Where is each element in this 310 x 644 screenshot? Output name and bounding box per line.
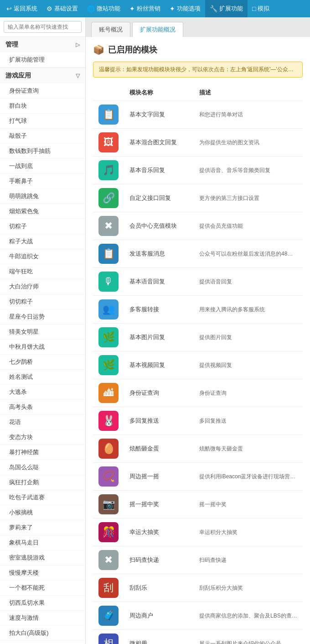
sidebar-item-ping-pong[interactable]: 打气球	[0, 114, 85, 129]
module-desc: 提供视频回复	[194, 351, 303, 379]
table-row: 🎙 基本语音回复 提供语音回复	[93, 268, 303, 296]
module-icon-title: 📦	[93, 44, 104, 55]
nav-back[interactable]: ↩ 返回系统	[2, 0, 42, 17]
module-icon: 🧳	[98, 606, 119, 626]
module-name: 幸运大抽奖	[124, 518, 194, 546]
sidebar-item-gaokao[interactable]: 高考头条	[0, 400, 85, 415]
table-row: ✖ 扫码查快递 扫码查快递	[93, 546, 303, 574]
warning-bar: 温馨提示：如果发现功能模块块很少，可以依次点击：左上角'返回系统'—'公众号管理…	[93, 62, 303, 78]
sidebar-item-photo-big[interactable]: 拍大白(高级版)	[0, 626, 85, 641]
sidebar-item-sky-ladder[interactable]: 慢慢摩天楼	[0, 565, 85, 581]
sidebar-item-name-test[interactable]: 姓名测试	[0, 370, 85, 385]
sidebar-item-curry[interactable]: 萝莉来了	[0, 520, 85, 535]
sidebar-item-firework-rabbit[interactable]: 烟焰紫色兔	[0, 204, 85, 219]
module-name: 基本视频回复	[124, 351, 194, 379]
sidebar-item-id-check[interactable]: 身份证查询	[0, 84, 85, 99]
sidebar-item-speed-passion[interactable]: 速度与激情	[0, 611, 85, 626]
sidebar-item-hand-nose[interactable]: 手断鼻子	[0, 174, 85, 189]
sidebar: 管理 ▷ 扩展功能管理 游戏应用 ▽ 身份证查询 群白块 打气球 敲骰子 数钱数…	[0, 17, 86, 644]
module-icon-cell: 🖼	[93, 129, 124, 157]
sidebar-item-chess-horse[interactable]: 象棋马走日	[0, 535, 85, 550]
table-row: 📋 发送客服消息 公众号可以在粉丝最后发送消息的48小时内无限	[93, 240, 303, 268]
module-name: 基本图片回复	[124, 324, 194, 351]
module-name: 炫酷砸金蛋	[124, 435, 194, 463]
sidebar-item-cut-watermelon[interactable]: 切西瓜切水果	[0, 596, 85, 611]
sidebar-item-escape[interactable]: 密室逃脱游戏	[0, 550, 85, 565]
sidebar-item-doctor[interactable]: 大白治疗师	[0, 279, 85, 294]
nav-extend[interactable]: 🔧 扩展功能	[205, 0, 248, 17]
sidebar-item-extend-manage[interactable]: 扩展功能管理	[0, 52, 85, 68]
sidebar-item-variant-cube[interactable]: 变态方块	[0, 430, 85, 445]
module-icon-cell: 相	[93, 630, 124, 644]
module-name: 周边摇一摇	[124, 463, 194, 491]
module-icon-cell: ✖	[93, 546, 124, 574]
sidebar-group-games: 游戏应用 ▽ 身份证查询 群白块 打气球 敲骰子 数钱数到手抽筋 一战到底 手断…	[0, 68, 85, 644]
sidebar-item-guess-star[interactable]: 猜美女明星	[0, 325, 85, 340]
module-icon: 🖼	[98, 132, 119, 152]
sidebar-group-manage-header[interactable]: 管理 ▷	[0, 37, 85, 52]
module-icon: 📷	[98, 494, 119, 514]
module-desc: 扫码查快递	[194, 546, 303, 574]
nav-basic[interactable]: ⚙ 基础设置	[42, 0, 83, 17]
col-icon	[93, 85, 124, 101]
table-row: 📿 周边摇一摇 提供利用iBeacon蓝牙设备进行现场营销活动的	[93, 463, 303, 491]
sidebar-item-cut-rice[interactable]: 切粽子	[0, 219, 85, 234]
module-desc: 提供语音回复	[194, 268, 303, 296]
module-icon-cell: 📋	[93, 240, 124, 268]
module-icon: 📿	[98, 466, 119, 487]
module-icon: 🔗	[98, 188, 119, 208]
module-name: 基本文字回复	[124, 101, 194, 129]
sidebar-item-qixi[interactable]: 七夕鹊桥	[0, 355, 85, 370]
sidebar-item-dice[interactable]: 敲骰子	[0, 129, 85, 144]
sidebar-item-cant-die[interactable]: 一个都不能死	[0, 581, 85, 596]
sidebar-item-mid-autumn[interactable]: 中秋月饼大战	[0, 340, 85, 355]
sidebar-item-cute-jump[interactable]: 萌萌跳跳兔	[0, 189, 85, 204]
sidebar-item-cowherd[interactable]: 牛郎追织女	[0, 249, 85, 264]
sidebar-item-flower[interactable]: 花语	[0, 415, 85, 430]
module-icon-cell: 📷	[93, 491, 124, 518]
table-row: 🎵 基本音乐回复 提供语音、音乐等音频类回复	[93, 157, 303, 184]
main-layout: 管理 ▷ 扩展功能管理 游戏应用 ▽ 身份证查询 群白块 打气球 敲骰子 数钱数…	[0, 17, 310, 644]
tab-extend-overview[interactable]: 扩展功能概况	[132, 22, 183, 37]
module-icon: 🎵	[98, 160, 119, 180]
module-icon: 刮	[98, 578, 119, 598]
module-icon-cell: 📋	[93, 101, 124, 129]
table-row: 📷 摇一摇中奖 摇一摇中奖	[93, 491, 303, 518]
sidebar-item-dragon-boat[interactable]: 端午狂吃	[0, 264, 85, 279]
section-title: 📦 已启用的模块	[93, 44, 303, 55]
sidebar-item-horoscope[interactable]: 星座今日运势	[0, 309, 85, 325]
table-row: 🥚 炫酷砸金蛋 炫酷微每天砸金蛋	[93, 435, 303, 463]
sidebar-item-baozi[interactable]: 吃包子武道赛	[0, 490, 85, 505]
sidebar-item-cash-draw[interactable]: 数钱数到手抽筋	[0, 144, 85, 159]
sidebar-item-monkey-peach[interactable]: 小猴摘桃	[0, 505, 85, 520]
nav-microsite[interactable]: 🌐 微站功能	[83, 0, 125, 17]
chevron-icon: ▷	[76, 42, 80, 48]
sidebar-item-island[interactable]: 岛国么么哒	[0, 460, 85, 475]
module-name: 多回复推送	[124, 407, 194, 435]
module-icon-cell: 🐰	[93, 407, 124, 435]
sidebar-group-manage: 管理 ▷ 扩展功能管理	[0, 37, 85, 68]
sidebar-item-rice-battle[interactable]: 粽子大战	[0, 234, 85, 249]
module-desc: 多回复推送	[194, 407, 303, 435]
module-icon-cell: 刮	[93, 574, 124, 602]
sidebar-group-games-header[interactable]: 游戏应用 ▽	[0, 68, 85, 84]
nav-simulate[interactable]: □ 模拟	[248, 0, 274, 17]
nav-options[interactable]: ✦ 功能选项	[165, 0, 205, 17]
table-row: 刮 刮刮乐 刮刮乐积分大抽奖	[93, 574, 303, 602]
nav-fans[interactable]: ✦ 粉丝营销	[125, 0, 165, 17]
tab-account-overview[interactable]: 账号概况	[91, 22, 130, 37]
sidebar-item-big-kill[interactable]: 大逃杀	[0, 385, 85, 400]
table-row: ✖ 会员中心充值模块 提供会员充值功能	[93, 212, 303, 240]
module-desc: 展示一系列图片来介绍你的公众号	[194, 630, 303, 644]
sidebar-item-cut-cut[interactable]: 切切粽子	[0, 294, 85, 309]
search-input[interactable]	[4, 21, 82, 33]
sidebar-item-beat-monster[interactable]: 暴打神经菌	[0, 445, 85, 460]
module-icon: 📋	[98, 244, 119, 264]
sidebar-item-group-white[interactable]: 群白块	[0, 99, 85, 114]
sidebar-item-fight-end[interactable]: 一战到底	[0, 159, 85, 174]
table-row: 🌿 基本图片回复 提供图片回复	[93, 324, 303, 351]
sidebar-item-me-star-circle[interactable]: 我和明星一个圈	[0, 641, 85, 644]
col-desc: 描述	[194, 85, 303, 101]
module-desc: 提供语音、音乐等音频类回复	[194, 157, 303, 184]
sidebar-item-crazy-duck[interactable]: 疯狂打企鹅	[0, 475, 85, 490]
